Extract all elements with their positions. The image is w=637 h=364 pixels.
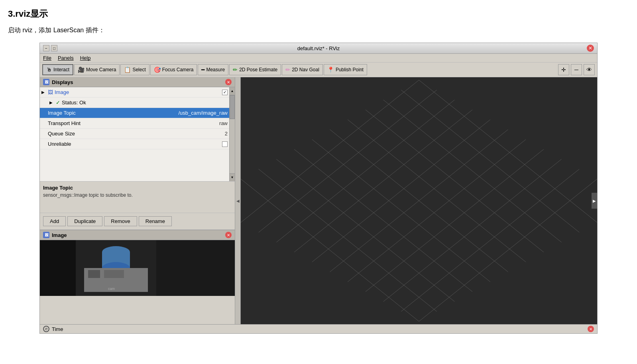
move-camera-button[interactable]: 🎥 Move Camera bbox=[74, 64, 120, 75]
pose-estimate-label: 2D Pose Estimate bbox=[239, 67, 277, 72]
displays-icon: 🖼 bbox=[43, 79, 49, 85]
rviz-window: − □ default.rviz* - RViz ✕ File Panels H… bbox=[39, 43, 598, 334]
displays-close-button[interactable]: ✕ bbox=[225, 79, 232, 85]
main-content: 🖼 Displays ✕ ▶ 🖼 Image bbox=[40, 77, 597, 324]
duplicate-button[interactable]: Duplicate bbox=[67, 216, 102, 226]
transport-hint-row: Transport Hint raw bbox=[40, 118, 229, 129]
image-display-area: cam bbox=[40, 240, 235, 296]
page-title: 3.rviz显示 bbox=[8, 8, 629, 20]
select-icon: 📋 bbox=[124, 67, 131, 73]
unreliable-checkbox[interactable] bbox=[222, 141, 228, 147]
menu-file[interactable]: File bbox=[43, 55, 51, 61]
menu-help[interactable]: Help bbox=[80, 55, 91, 61]
title-bar: − □ default.rviz* - RViz ✕ bbox=[40, 43, 597, 54]
info-desc: sensor_msgs::Image topic to subscribe to… bbox=[43, 192, 232, 198]
interact-button[interactable]: 🖱 Interact bbox=[42, 64, 73, 75]
bottom-close-button[interactable]: ✕ bbox=[588, 326, 594, 332]
image-topic-label: Image Topic bbox=[48, 110, 178, 116]
measure-label: Measure bbox=[206, 67, 225, 72]
time-label: Time bbox=[52, 326, 63, 332]
move-camera-icon: 🎥 bbox=[78, 67, 85, 73]
rename-button[interactable]: Rename bbox=[139, 216, 172, 226]
unreliable-label: Unreliable bbox=[48, 141, 222, 147]
image-node-checkbox[interactable]: ✓ bbox=[222, 90, 228, 95]
pose-estimate-icon: ✏ bbox=[233, 67, 238, 73]
grid-canvas bbox=[241, 77, 597, 324]
nav-goal-button[interactable]: ✏ 2D Nav Goal bbox=[282, 64, 323, 75]
displays-header: 🖼 Displays ✕ bbox=[40, 77, 235, 87]
zoom-out-button[interactable]: ─ bbox=[571, 64, 582, 75]
queue-size-label: Queue Size bbox=[48, 131, 225, 137]
publish-point-label: Publish Point bbox=[336, 67, 364, 72]
collapse-left-handle[interactable]: ◀ bbox=[235, 77, 241, 324]
checkmark-icon: ✓ bbox=[56, 100, 60, 106]
image-black-section bbox=[40, 240, 76, 296]
info-area: Image Topic sensor_msgs::Image topic to … bbox=[40, 181, 235, 213]
image-topic-value: /usb_cam/image_raw bbox=[178, 110, 228, 116]
svg-text:cam: cam bbox=[108, 287, 115, 291]
measure-icon: ━ bbox=[201, 67, 204, 73]
displays-header-title: 🖼 Displays bbox=[43, 79, 73, 85]
image-panel-icon: 🖼 bbox=[43, 232, 49, 238]
displays-label: Displays bbox=[52, 79, 73, 85]
nav-goal-label: 2D Nav Goal bbox=[292, 67, 319, 72]
expand-icon: ▶ bbox=[41, 90, 48, 94]
select-button[interactable]: 📋 Select bbox=[120, 64, 149, 75]
queue-size-row: Queue Size 2 bbox=[40, 129, 229, 139]
expand-status-icon: ▶ bbox=[49, 100, 56, 105]
toolbar: 🖱 Interact 🎥 Move Camera 📋 Select 🎯 Focu… bbox=[40, 63, 597, 77]
collapse-right-handle[interactable]: ▶ bbox=[592, 193, 597, 209]
nav-goal-icon: ✏ bbox=[285, 67, 290, 73]
select-label: Select bbox=[132, 67, 145, 72]
tree-scrollbar[interactable]: ▲ ▼ bbox=[229, 87, 235, 181]
image-panel-label: Image bbox=[52, 232, 67, 238]
time-icon: ⏱ bbox=[43, 326, 49, 332]
tree-area[interactable]: ▶ 🖼 Image ✓ ▶ ✓ Status: Ok bbox=[40, 87, 235, 181]
menu-bar: File Panels Help bbox=[40, 54, 597, 63]
button-row: Add Duplicate Remove Rename bbox=[40, 213, 235, 230]
svg-rect-6 bbox=[104, 270, 124, 278]
focus-camera-button[interactable]: 🎯 Focus Camera bbox=[150, 64, 197, 75]
svg-rect-5 bbox=[88, 270, 100, 278]
time-section: ⏱ Time bbox=[43, 326, 63, 332]
view-toggle-button[interactable]: 👁 bbox=[584, 64, 595, 75]
image-topic-row[interactable]: Image Topic /usb_cam/image_raw bbox=[40, 108, 229, 118]
status-label: Status: Ok bbox=[62, 100, 228, 106]
image-node[interactable]: ▶ 🖼 Image ✓ bbox=[40, 87, 229, 98]
page-subtitle: 启动 rviz，添加 LaserScan 插件： bbox=[8, 26, 629, 35]
image-panel: 🖼 Image ✕ bbox=[40, 230, 235, 324]
publish-point-button[interactable]: 📍 Publish Point bbox=[324, 64, 367, 75]
left-panel: 🖼 Displays ✕ ▶ 🖼 Image bbox=[40, 77, 235, 324]
image-panel-header: 🖼 Image ✕ bbox=[40, 230, 235, 240]
remove-button[interactable]: Remove bbox=[104, 216, 137, 226]
image-dark-section bbox=[156, 240, 235, 296]
bottom-bar: ⏱ Time ✕ bbox=[40, 324, 597, 333]
queue-size-value: 2 bbox=[225, 131, 228, 137]
close-button[interactable]: ✕ bbox=[587, 45, 594, 52]
measure-button[interactable]: ━ Measure bbox=[198, 64, 228, 75]
info-title: Image Topic bbox=[43, 185, 232, 191]
pose-estimate-button[interactable]: ✏ 2D Pose Estimate bbox=[229, 64, 281, 75]
move-camera-label: Move Camera bbox=[86, 67, 116, 72]
menu-panels[interactable]: Panels bbox=[58, 55, 74, 61]
add-button[interactable]: Add bbox=[43, 216, 66, 226]
window-title: default.rviz* - RViz bbox=[67, 45, 570, 51]
minimize-button[interactable]: − bbox=[43, 45, 49, 51]
maximize-button[interactable]: □ bbox=[51, 45, 57, 51]
interact-icon: 🖱 bbox=[46, 67, 52, 73]
image-panel-title: 🖼 Image bbox=[43, 232, 67, 238]
focus-camera-icon: 🎯 bbox=[154, 67, 161, 73]
focus-camera-label: Focus Camera bbox=[162, 67, 194, 72]
image-node-label: Image bbox=[55, 89, 222, 95]
zoom-in-button[interactable]: ✛ bbox=[558, 64, 569, 75]
status-row: ▶ ✓ Status: Ok bbox=[40, 98, 229, 108]
transport-hint-value: raw bbox=[219, 120, 228, 126]
interact-label: Interact bbox=[53, 67, 69, 72]
image-cam-section: cam bbox=[76, 240, 156, 296]
page-container: 3.rviz显示 启动 rviz，添加 LaserScan 插件： − □ de… bbox=[8, 8, 629, 334]
image-panel-close[interactable]: ✕ bbox=[225, 232, 232, 238]
3d-view[interactable]: ▶ bbox=[241, 77, 597, 324]
image-node-icon: 🖼 bbox=[48, 89, 53, 95]
unreliable-row: Unreliable bbox=[40, 139, 229, 149]
transport-hint-label: Transport Hint bbox=[48, 120, 219, 126]
